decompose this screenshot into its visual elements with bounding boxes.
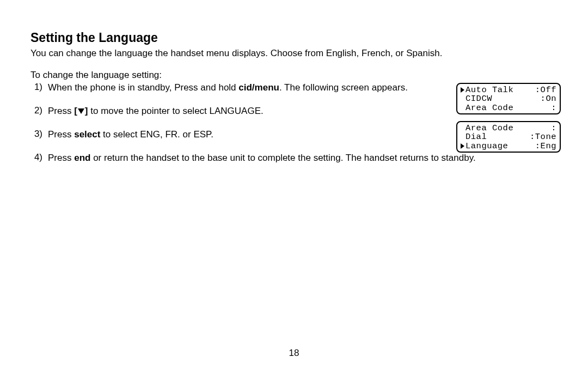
text-fragment: Press (48, 153, 74, 163)
lcd-value: : (551, 104, 556, 112)
text-fragment: to move the pointer to select LANGUAGE. (88, 106, 264, 116)
step-number: 3) (30, 129, 46, 140)
lcd-value: :On (541, 94, 556, 103)
lcd-value: : (551, 124, 556, 132)
text-fragment: When the phone is in standby, Press and … (48, 82, 238, 93)
lcd-line: Auto Talk :Off (461, 86, 556, 94)
lcd-label: Area Code (465, 124, 513, 132)
pointer-icon (461, 143, 464, 149)
lcd-line: Area Code : (461, 124, 556, 132)
page-number: 18 (0, 348, 588, 359)
bold-select: select (74, 129, 100, 140)
lcd-line: Language :Eng (461, 142, 556, 150)
lcd-line: Dial :Tone (461, 132, 556, 141)
intro-paragraph: You can change the language the handset … (30, 47, 558, 60)
step-4: 4) Press end or return the handset to th… (30, 152, 558, 165)
lcd-line: CIDCW :On (461, 94, 556, 103)
lcd-label: Auto Talk (465, 86, 513, 94)
lcd-line: Area Code : (461, 104, 556, 112)
pointer-icon (461, 87, 464, 93)
step-number: 1) (30, 82, 46, 93)
text-fragment: . The following screen appears. (279, 82, 408, 93)
lead-line: To change the language setting: (30, 70, 558, 81)
step-text: Press end or return the handset to the b… (46, 152, 558, 165)
bold-end: end (74, 153, 90, 163)
lcd-label: Area Code (465, 104, 513, 112)
lcd-screen-language: Area Code : Dial :Tone Language :Eng (456, 121, 561, 153)
bold-cid-menu: cid/menu (238, 82, 279, 93)
lcd-value: :Tone (530, 132, 556, 141)
step-number: 4) (30, 152, 46, 163)
step-number: 2) (30, 105, 46, 116)
lcd-value: :Eng (535, 142, 556, 150)
text-fragment: Press (48, 106, 74, 116)
text-fragment: or return the handset to the base unit t… (90, 153, 475, 163)
text-fragment: to select ENG, FR. or ESP. (100, 129, 213, 140)
lcd-label: Dial (465, 132, 487, 141)
text-fragment: Press (48, 129, 74, 140)
svg-marker-0 (78, 108, 84, 114)
down-arrow-icon (77, 108, 85, 114)
lcd-label: CIDCW (465, 94, 492, 103)
section-heading: Setting the Language (30, 31, 558, 45)
lcd-label: Language (465, 142, 508, 150)
lcd-screen-menu-top: Auto Talk :Off CIDCW :On Area Code : (456, 83, 561, 114)
lcd-value: :Off (535, 86, 556, 94)
